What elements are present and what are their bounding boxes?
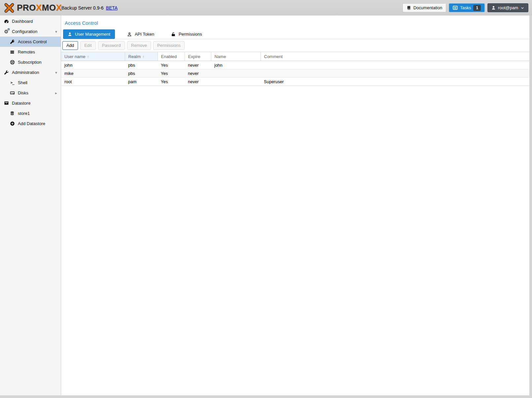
proxmox-logo: PROXMOX — [0, 3, 59, 13]
hard-drive-icon — [9, 90, 15, 95]
navigation-sidebar: Dashboard ⚙⚙ Configuration ▾ Access Cont… — [0, 16, 61, 395]
user-menu-button[interactable]: root@pam — [487, 3, 528, 12]
cell-comment: Superuser — [261, 78, 529, 86]
top-bar-actions: Documentation Tasks 1 root@pam — [403, 3, 532, 12]
table-row[interactable]: john pbs Yes never john — [61, 61, 529, 69]
edit-button[interactable]: Edit — [80, 41, 95, 50]
sidebar-item-remotes[interactable]: Remotes — [0, 47, 61, 57]
page-title: Access Control — [61, 16, 529, 29]
table-row[interactable]: mike pbs Yes never — [61, 69, 529, 78]
cell-enabled: Yes — [158, 61, 185, 69]
column-header-username[interactable]: User name↑ — [61, 52, 125, 61]
sidebar-item-configuration[interactable]: ⚙⚙ Configuration ▾ — [0, 26, 61, 37]
cell-realm: pbs — [125, 69, 158, 78]
table-row[interactable]: root pam Yes never Superuser — [61, 78, 529, 86]
archive-box-icon — [3, 101, 9, 106]
column-header-enabled[interactable]: Enabled — [158, 52, 185, 61]
grid-header-row: User name↑ Realm↑ Enabled Expire Name Co… — [61, 52, 529, 61]
cell-username: mike — [61, 69, 125, 78]
sort-asc-icon: ↑ — [142, 54, 145, 59]
beta-link[interactable]: BETA — [106, 5, 118, 11]
column-header-comment[interactable]: Comment — [261, 52, 529, 61]
sidebar-item-administration[interactable]: Administration ▾ — [0, 67, 61, 78]
sort-asc-icon: ↑ — [87, 54, 89, 59]
cell-enabled: Yes — [158, 78, 185, 86]
sidebar-item-datastore[interactable]: Datastore — [0, 98, 61, 108]
collapse-caret-icon[interactable]: ▾ — [55, 30, 57, 34]
tab-api-token[interactable]: API Token — [123, 29, 159, 39]
sidebar-item-subscription[interactable]: Subscription — [0, 57, 61, 67]
key-icon — [9, 39, 15, 44]
gears-icon: ⚙⚙ — [3, 29, 9, 34]
sidebar-item-access-control[interactable]: Access Control — [0, 37, 61, 47]
tab-user-management[interactable]: User Management — [63, 29, 115, 39]
proxmox-x-icon — [3, 3, 15, 13]
cell-name — [211, 78, 261, 86]
sidebar-item-disks[interactable]: Disks ▸ — [0, 88, 61, 98]
plus-circle-icon — [9, 121, 15, 126]
cell-expire: never — [185, 69, 211, 78]
cell-comment — [261, 61, 529, 69]
cell-expire: never — [185, 61, 211, 69]
main-panel: Access Control User Management — [61, 16, 529, 395]
user-icon — [68, 32, 72, 36]
cell-name — [211, 69, 261, 78]
database-icon — [9, 111, 15, 116]
user-outline-icon — [127, 32, 132, 37]
column-header-name[interactable]: Name — [211, 52, 261, 61]
proxmox-wordmark: PROXMOX — [17, 3, 62, 13]
cell-username: root — [61, 78, 125, 86]
sidebar-item-shell[interactable]: >_ Shell — [0, 78, 61, 88]
cell-comment — [261, 69, 529, 78]
book-icon — [407, 6, 411, 10]
expand-caret-icon[interactable]: ▸ — [55, 91, 57, 95]
chevron-down-icon — [520, 6, 524, 10]
sidebar-item-add-datastore[interactable]: Add Datastore — [0, 118, 61, 129]
cell-realm: pam — [125, 78, 158, 86]
add-button[interactable]: Add — [62, 41, 78, 50]
product-version-title: Backup Server 0.9-6 — [61, 5, 104, 11]
remove-button[interactable]: Remove — [127, 41, 151, 50]
user-icon — [491, 6, 496, 10]
permissions-button[interactable]: Permissions — [153, 41, 185, 50]
cell-realm: pbs — [125, 61, 158, 69]
terminal-icon: >_ — [9, 81, 15, 85]
tasks-button[interactable]: Tasks 1 — [449, 3, 485, 12]
tasks-count-badge: 1 — [473, 5, 481, 11]
tab-permissions[interactable]: Permissions — [166, 29, 207, 39]
task-list-icon — [453, 5, 458, 10]
collapse-caret-icon[interactable]: ▾ — [55, 71, 57, 75]
top-bar: PROXMOX Backup Server 0.9-6 BETA Documen… — [0, 0, 532, 16]
cell-enabled: Yes — [158, 69, 185, 78]
grid-toolbar: Add Edit Password Remove Permissions — [61, 39, 529, 52]
sidebar-item-dashboard[interactable]: Dashboard — [0, 16, 61, 26]
tachometer-icon — [3, 19, 9, 24]
password-button[interactable]: Password — [98, 41, 125, 50]
cell-username: john — [61, 61, 125, 69]
documentation-button[interactable]: Documentation — [403, 3, 446, 12]
column-header-realm[interactable]: Realm↑ — [125, 52, 158, 61]
cell-name: john — [211, 61, 261, 69]
life-ring-icon — [9, 60, 15, 65]
list-rows-icon — [9, 50, 15, 54]
column-header-expire[interactable]: Expire — [185, 52, 211, 61]
content-area: Dashboard ⚙⚙ Configuration ▾ Access Cont… — [0, 16, 529, 395]
user-grid: User name↑ Realm↑ Enabled Expire Name Co… — [61, 52, 529, 395]
tab-bar: User Management API Token Permissions — [61, 29, 529, 39]
wrench-icon — [3, 70, 9, 75]
unlock-icon — [171, 32, 176, 37]
sidebar-item-store1[interactable]: store1 — [0, 108, 61, 118]
cell-expire: never — [185, 78, 211, 86]
